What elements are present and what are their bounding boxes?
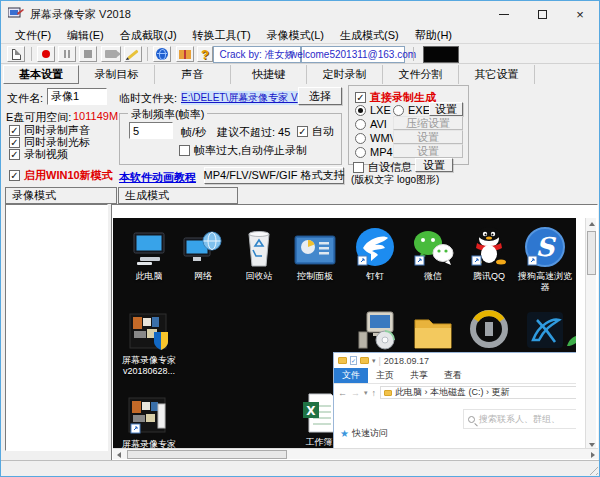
help-button[interactable]: ? [197, 46, 213, 62]
menu-capture[interactable]: 合成截取(J) [112, 28, 185, 43]
horizontal-scroll-thumb[interactable] [127, 450, 287, 459]
record-icon [42, 50, 50, 58]
app-window: 屏幕录像专家 V2018 × 文件(F) 编辑(E) 合成截取(J) 转换工具(… [0, 0, 600, 477]
menu-help[interactable]: 帮助(H) [407, 28, 460, 43]
tab-sound[interactable]: 声音 [155, 65, 231, 84]
tab-basic-settings[interactable]: 基本设置 [3, 65, 79, 84]
desktop-icon-software-setup [349, 308, 405, 350]
record-mode-tab[interactable]: 录像模式 [5, 187, 117, 204]
minimize-button[interactable] [485, 1, 523, 27]
tab-file-split[interactable]: 文件分割 [383, 65, 459, 84]
exe-radio[interactable]: EXE [393, 104, 430, 116]
camera-icon [105, 50, 117, 58]
menu-bar: 文件(F) 编辑(E) 合成截取(J) 转换工具(T) 录像模式(L) 生成模式… [1, 27, 599, 44]
custom-info-settings-button[interactable]: 设置 [415, 158, 453, 172]
resize-grip[interactable] [586, 463, 598, 475]
svg-text:X: X [306, 404, 316, 418]
tab-record-target[interactable]: 录制目标 [79, 65, 155, 84]
window-title: 屏幕录像专家 V2018 [30, 7, 131, 22]
toolbar: ? Crack by: 准女娇 welcome5201311@163.com [1, 45, 599, 64]
maximize-button[interactable] [523, 1, 561, 27]
dingtalk-icon [347, 226, 403, 268]
pause-button[interactable] [58, 46, 76, 62]
network-icon [175, 226, 231, 268]
desktop-icon-control-panel: 控制面板 [287, 226, 343, 282]
preview-vertical-scrollbar[interactable] [585, 218, 596, 450]
stop-button[interactable] [79, 46, 97, 62]
svg-text:S: S [536, 232, 557, 262]
generate-mode-tab[interactable]: 生成模式 [118, 187, 238, 204]
annotate-button[interactable] [124, 46, 142, 62]
recorder-app-icon [121, 394, 177, 436]
chevron-down-icon: ▾ [372, 357, 376, 365]
format-support-button[interactable]: MP4/FLV/SWF/GIF 格式支持 [204, 167, 344, 184]
camera-button[interactable] [101, 46, 121, 62]
overflow-stop-checkbox[interactable]: 帧率过大,自动停止录制 [179, 143, 307, 158]
website-button[interactable] [153, 46, 171, 62]
search-icon [468, 416, 475, 423]
temp-folder-path[interactable]: E:\DELET\屏幕录像专家 V [181, 91, 298, 105]
menu-edit[interactable]: 编辑(E) [59, 28, 112, 43]
preview-panel: 此电脑 网络 回收站 控制面板 [111, 204, 598, 461]
filename-input[interactable] [47, 88, 107, 105]
tab-hotkeys[interactable]: 快捷键 [231, 65, 307, 84]
menu-record-mode[interactable]: 录像模式(L) [259, 28, 332, 43]
gift-button[interactable] [176, 46, 194, 62]
question-icon: ? [201, 47, 209, 62]
partial-desktop-icon [565, 332, 576, 348]
direct-record-checkbox[interactable]: ✓直接录制生成 [355, 90, 436, 105]
temp-folder-label: 临时文件夹: [119, 91, 177, 106]
tab-scheduled-record[interactable]: 定时录制 [307, 65, 383, 84]
sogou-browser-icon: S [517, 226, 573, 268]
explorer-body: 搜索联系人、群组、 ★ 快速访问 [334, 401, 576, 447]
wmv-radio[interactable]: WMV [355, 132, 397, 144]
wechat-icon [405, 226, 461, 268]
menu-generate-mode[interactable]: 生成模式(S) [332, 28, 407, 43]
explorer-window: ✓ ▾ | 2018.09.17 文件 主页 共享 查看 ← → ▾ ↑ [333, 352, 576, 450]
desktop-icon-dingtalk: 钉钉 [347, 226, 403, 282]
mp4-radio[interactable]: MP4 [355, 146, 393, 158]
up-icon: ↑ [372, 388, 377, 398]
tab-other-settings[interactable]: 其它设置 [459, 65, 535, 84]
explorer-address-bar: 此电脑 › 本地磁盘 (C:) › 更新 [380, 386, 576, 399]
avi-compress-settings-button: 压缩设置 [393, 116, 463, 130]
this-pc-icon [121, 226, 177, 268]
menu-file[interactable]: 文件(F) [7, 28, 59, 43]
scroll-up-button[interactable] [586, 218, 597, 229]
title-bar: 屏幕录像专家 V2018 × [1, 1, 599, 27]
vertical-scroll-thumb[interactable] [587, 231, 596, 275]
frame-rate-input[interactable] [129, 122, 173, 139]
record-button[interactable] [37, 46, 55, 62]
file-list-panel[interactable] [5, 204, 108, 451]
close-button[interactable]: × [561, 1, 599, 27]
choose-folder-button[interactable]: 选择 [298, 87, 342, 105]
explorer-nav-bar: ← → ▾ ↑ 此电脑 › 本地磁盘 (C:) › 更新 [334, 384, 576, 401]
back-icon: ← [338, 388, 347, 398]
copyright-note: (版权文字 logo图形) [351, 173, 439, 187]
preview-horizontal-scrollbar[interactable] [113, 448, 598, 459]
control-panel-icon [287, 226, 343, 268]
toolbar-separator [31, 47, 32, 61]
folder-mini-icon [360, 357, 369, 364]
scroll-left-button[interactable] [113, 449, 124, 460]
record-video-checkbox[interactable]: ✓录制视频 [9, 147, 68, 162]
explorer-tab-view: 查看 [436, 368, 470, 383]
desktop-icon-network: 网络 [175, 226, 231, 282]
crack-info-box: Crack by: 准女娇 [213, 46, 301, 63]
win10-mode-checkbox[interactable]: ✓启用WIN10新模式 [9, 168, 113, 183]
lxe-radio[interactable]: LXE [355, 104, 391, 116]
qq-icon [461, 226, 517, 268]
scroll-right-button[interactable] [587, 449, 598, 460]
new-file-button[interactable] [7, 46, 25, 62]
preview-thumbnail [423, 46, 459, 63]
desktop-icon-this-pc: 此电脑 [121, 226, 177, 282]
lxe-settings-button[interactable]: 设置 [429, 102, 463, 116]
recycle-bin-icon [231, 226, 287, 268]
star-icon: ★ [340, 428, 349, 439]
menu-convert-tools[interactable]: 转换工具(T) [185, 28, 259, 43]
tutorial-link[interactable]: 本软件动画教程 [119, 170, 196, 185]
avi-radio[interactable]: AVI [355, 118, 387, 130]
auto-frame-rate-checkbox[interactable]: ✓自动 [297, 124, 334, 139]
toolbar-separator [413, 47, 414, 61]
desktop-icon-folder [405, 308, 461, 350]
